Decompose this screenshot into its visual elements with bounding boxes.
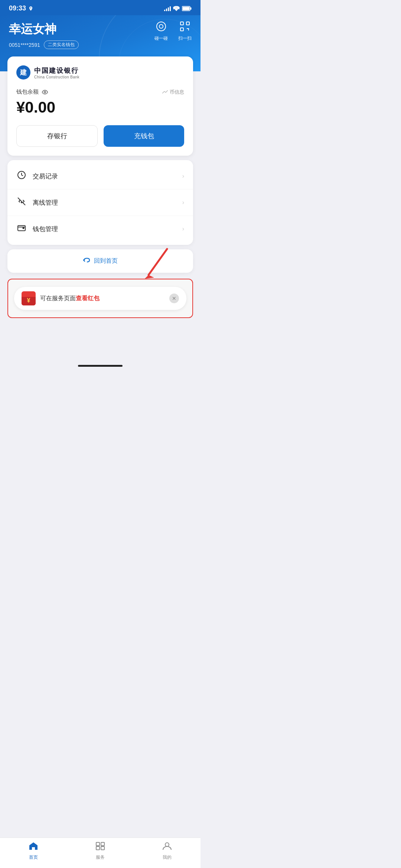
notification-static-text: 可在服务页面 (40, 295, 76, 301)
back-home-icon (83, 257, 91, 265)
svg-marker-18 (145, 275, 154, 279)
back-home-label: 回到首页 (94, 257, 118, 265)
recharge-button[interactable]: 充钱包 (104, 125, 184, 147)
svg-point-4 (159, 25, 163, 28)
balance-label-row: 钱包余额 币信息 (16, 88, 184, 95)
touch-icon (156, 21, 166, 34)
menu-item-offline[interactable]: 离线管理 › (7, 190, 193, 216)
touch-label: 碰一碰 (154, 35, 168, 42)
trend-icon (162, 90, 168, 94)
location-icon (28, 6, 33, 11)
scan-label: 扫一扫 (178, 35, 192, 42)
offline-arrow: › (182, 199, 184, 206)
notification-area: 可在服务页面查看红包 ✕ (7, 279, 193, 318)
transaction-label: 交易记录 (33, 172, 182, 181)
svg-rect-6 (186, 22, 189, 25)
wallet-mgmt-label: 钱包管理 (33, 225, 182, 233)
bank-name: 中国建设银行 China Construction Bank (34, 66, 79, 79)
svg-rect-7 (180, 28, 183, 31)
svg-rect-2 (183, 7, 190, 10)
svg-line-17 (149, 249, 167, 275)
notification-wrapper: 可在服务页面查看红包 ✕ (7, 279, 193, 318)
notification-text: 可在服务页面查看红包 (40, 295, 165, 302)
svg-point-3 (157, 22, 166, 31)
scan-icon (180, 21, 190, 34)
svg-text:建: 建 (20, 69, 27, 76)
clock-icon (16, 171, 27, 182)
offline-label: 离线管理 (33, 198, 182, 207)
svg-point-16 (23, 228, 24, 229)
bank-name-cn: 中国建设银行 (34, 66, 79, 75)
scan-action[interactable]: 扫一扫 (178, 21, 192, 42)
balance-section: 钱包余额 币信息 ¥0.00 (16, 88, 184, 116)
menu-item-transaction[interactable]: 交易记录 › (7, 163, 193, 190)
svg-point-12 (44, 91, 46, 93)
action-buttons: 存银行 充钱包 (16, 125, 184, 147)
signal-icon (164, 6, 171, 11)
touch-action[interactable]: 碰一碰 (154, 21, 168, 42)
account-number: 0051****2591 (9, 42, 40, 48)
svg-rect-1 (190, 7, 192, 10)
svg-rect-9 (188, 28, 189, 30)
battery-icon (182, 6, 192, 11)
red-arrow (141, 247, 175, 282)
notification-close-button[interactable]: ✕ (169, 294, 179, 303)
menu-card: 交易记录 › 离线管理 › (7, 160, 193, 245)
transaction-arrow: › (182, 173, 184, 179)
offline-icon (16, 197, 27, 208)
main-content: 建 中国建设银行 China Construction Bank 钱包余额 (0, 56, 200, 363)
header-subtitle: 0051****2591 二类实名钱包 (9, 41, 79, 49)
deposit-button[interactable]: 存银行 (16, 125, 98, 147)
home-indicator (78, 365, 123, 367)
ccb-logo: 建 (16, 65, 30, 80)
header-actions: 碰一碰 扫一扫 (154, 21, 192, 42)
wallet-mgmt-icon (16, 223, 27, 234)
wallet-mgmt-arrow: › (182, 226, 184, 232)
svg-rect-5 (180, 22, 183, 25)
header-title: 幸运女神 (9, 21, 79, 38)
status-bar: 09:33 (0, 0, 200, 15)
bank-logo: 建 中国建设银行 China Construction Bank (16, 65, 184, 80)
menu-item-wallet-mgmt[interactable]: 钱包管理 › (7, 216, 193, 242)
account-type-badge: 二类实名钱包 (44, 41, 79, 49)
notification-link[interactable]: 查看红包 (76, 295, 100, 301)
header-left: 幸运女神 0051****2591 二类实名钱包 (9, 21, 79, 49)
balance-label-text: 钱包余额 (16, 88, 39, 95)
red-envelope-icon (22, 291, 36, 305)
status-icons (164, 6, 192, 11)
coin-info[interactable]: 币信息 (162, 89, 184, 95)
balance-amount: ¥0.00 (16, 98, 184, 116)
notification-content: 可在服务页面查看红包 ✕ (14, 287, 186, 310)
coin-info-label: 币信息 (170, 89, 184, 95)
wifi-icon (173, 6, 180, 11)
status-time: 09:33 (9, 4, 33, 12)
bank-name-en: China Construction Bank (34, 75, 79, 79)
wallet-card: 建 中国建设银行 China Construction Bank 钱包余额 (7, 56, 193, 156)
eye-icon[interactable] (42, 89, 48, 95)
